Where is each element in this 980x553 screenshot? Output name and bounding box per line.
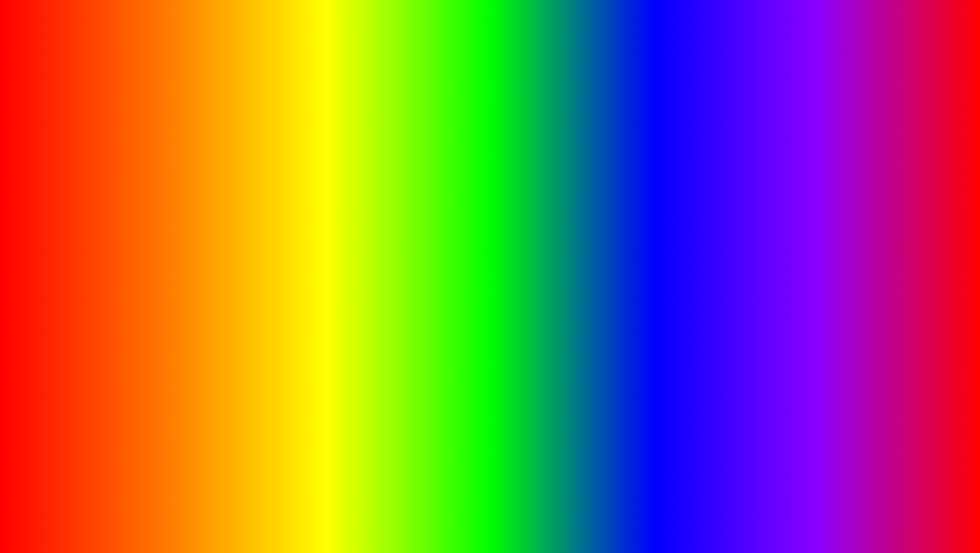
fast-attack-slider[interactable] bbox=[186, 361, 275, 364]
auto-death-step-hop-row[interactable]: Auto Death Step Hop bbox=[93, 354, 182, 362]
nav-right-island[interactable]: Island bbox=[747, 173, 765, 181]
auto-melee-header: Auto Melee bbox=[93, 321, 182, 328]
auto-sharkman-karate-hop-row[interactable]: Auto Sharkman Karate Hop bbox=[93, 370, 182, 378]
dropdown-arrow-weapon: ▼ bbox=[267, 184, 273, 190]
auto-trial-top-text: AUTO-TRIAL bbox=[651, 121, 874, 162]
panel-title-right: CFra... bbox=[706, 164, 905, 170]
auto-farm-all-boss-row[interactable]: Auto Farm All Boss bbox=[93, 308, 182, 317]
main-title: BLOX FRUITS bbox=[4, 14, 976, 95]
auto-farm-header: Auto Farm bbox=[93, 164, 182, 171]
refresh-boss-row[interactable]: Refresh Boss bbox=[93, 292, 182, 300]
auto-skill-section: ■Auto Skill Z ■Auto Skill X ■Auto Skill … bbox=[186, 306, 275, 338]
auto-farm-boss-row[interactable]: Auto Farm Boss bbox=[93, 300, 182, 308]
nav-misc[interactable]: Misc. bbox=[208, 153, 224, 160]
auto-ken-row[interactable]: ■Auto Ken bbox=[186, 220, 275, 228]
select-material-header: Select Material bbox=[93, 241, 182, 249]
auto-raid-row[interactable]: Auto Raid bbox=[705, 193, 806, 201]
sea2-mark: ✗ bbox=[747, 218, 753, 225]
auto-farm-ken-row[interactable]: Auto Farm Ken bbox=[93, 197, 182, 205]
title-fruits: FRUITS bbox=[466, 9, 783, 100]
nav-dungeon[interactable]: Dungeon bbox=[158, 153, 184, 160]
select-boss-dropdown[interactable]: Select Boss ▼ bbox=[93, 282, 182, 291]
auto-next-island-row[interactable]: Auto Next Island bbox=[810, 222, 912, 230]
nav-right-main[interactable]: Main bbox=[705, 173, 720, 181]
auto-dungeon-header: Auto Dungeon bbox=[705, 185, 806, 192]
nav-right-misc[interactable]: Misc. bbox=[821, 173, 837, 181]
position-slider[interactable] bbox=[186, 375, 275, 378]
dungeon-property-header: Dungeon Property bbox=[810, 185, 912, 192]
auto-rejoin-row[interactable]: Auto Rejoin bbox=[186, 285, 275, 293]
kill-at-row: Kill At: 25 bbox=[93, 229, 182, 237]
nav-right-status[interactable]: Status bbox=[840, 173, 859, 181]
select-boss-value: Select Boss bbox=[96, 283, 125, 289]
custom-header: Custom bbox=[186, 342, 275, 350]
dropdown-arrow-boss: ▼ bbox=[174, 283, 180, 289]
min-btn[interactable]: − bbox=[271, 144, 274, 150]
select-material-dropdown[interactable]: Select Material ▼ bbox=[93, 250, 182, 259]
nav-right-shop[interactable]: Shop bbox=[800, 173, 816, 181]
bottom-text-area: AUTO FARM SCRIPT PASTEBIN bbox=[4, 469, 976, 534]
treasure-lock bbox=[556, 446, 566, 459]
char-torso bbox=[467, 218, 513, 274]
nav-right-dungeon[interactable]: Dungeon bbox=[769, 173, 796, 181]
select-raid-chip-label: Select Raid Chip bbox=[810, 193, 912, 201]
nav-player[interactable]: Player bbox=[113, 153, 132, 160]
treasure-box-inner: ⭐ bbox=[531, 437, 592, 488]
white-screen-row[interactable]: White Screen bbox=[186, 261, 275, 269]
super-fast-attack-row[interactable]: Super Fast Attack bbox=[186, 245, 275, 253]
dungeon-property-col: Dungeon Property Select Raid Chip Select… bbox=[810, 185, 912, 265]
auto-death-step-row[interactable]: Auto Death Step bbox=[93, 345, 182, 354]
close-btn[interactable]: × bbox=[265, 144, 268, 150]
panel-titlebar-right: CFra... × bbox=[703, 162, 914, 172]
auto-trial-mid-text: AUTO-TRIAL bbox=[585, 319, 783, 361]
weapon-type-dropdown[interactable]: Melee ▼ bbox=[186, 182, 275, 191]
auto-godhuman-row[interactable]: Auto Godhuman bbox=[93, 337, 182, 345]
auto-skill-x-row[interactable]: ■Auto Skill X bbox=[186, 314, 275, 322]
no-clip-row[interactable]: No Clip bbox=[186, 236, 275, 245]
auto-gun-mastery-row[interactable]: Auto Gun Mastery bbox=[93, 213, 182, 221]
nav-shop[interactable]: Shop bbox=[188, 153, 204, 160]
nav-main[interactable]: Main bbox=[93, 153, 109, 160]
nav-island[interactable]: Island bbox=[136, 153, 154, 160]
raid-sea2-row: sea 2 : ✗ bbox=[810, 253, 912, 261]
bottom-auto-farm: AUTO FARM bbox=[117, 469, 448, 534]
auto-buy-chip-row[interactable]: Auto Buy Chip bbox=[810, 214, 912, 222]
auto-sharkman-karate-row[interactable]: Auto Sharkman Karate bbox=[93, 362, 182, 370]
auto-fully-raid-row[interactable]: Auto Fully Raid bbox=[705, 201, 806, 210]
awaken-row[interactable]: Awaken bbox=[810, 238, 912, 246]
auto-farm-ken-hop-row[interactable]: Auto Farm Ken Hop bbox=[93, 205, 182, 213]
close-damage-popup-row[interactable]: Close damage pop up bbox=[186, 277, 275, 285]
auto-law-raid-row[interactable]: ■Auto Law Raid bbox=[705, 210, 806, 218]
auto-electric-claw-row[interactable]: Auto Electric Claw bbox=[93, 378, 182, 386]
nav-right-player[interactable]: Player bbox=[724, 173, 743, 181]
auto-skill-z-row[interactable]: ■Auto Skill Z bbox=[186, 306, 275, 314]
dropdown-arrow-raid: ▼ bbox=[904, 204, 909, 211]
auto-complete-ghoul-row[interactable]: Auto Complete Ghoul Trial bbox=[737, 370, 920, 378]
raid-chip-dropdown[interactable]: Select Raid Chip ▼ bbox=[810, 203, 912, 212]
auto-skill-v-row[interactable]: ■Auto Skill V bbox=[186, 330, 275, 338]
panel-titlebar-left: CFrame Hub × − bbox=[91, 142, 277, 152]
auto-buso-row[interactable]: ■Auto Buso bbox=[186, 204, 275, 212]
close-btn-right[interactable]: × bbox=[908, 164, 911, 170]
auto-farm-row[interactable]: ■Auto Farm bbox=[93, 181, 182, 189]
auto-farm-material-row[interactable]: Auto Farm Material bbox=[93, 261, 182, 269]
auto-farm-closest-row[interactable]: Auto Farm Closest bbox=[93, 189, 182, 197]
auto-skill-header: Auto Skill bbox=[186, 297, 275, 304]
panel-nav-right: Main Player Island Dungeon Shop Misc. St… bbox=[703, 172, 914, 182]
disable-notifications-row[interactable]: Disable Notifications bbox=[186, 269, 275, 277]
bring-mob-row[interactable]: Bring Mob bbox=[186, 253, 275, 261]
work-on-sea2-row: Work on sea 2 : ✗ bbox=[705, 218, 806, 226]
auto-skill-c-row[interactable]: ■Auto Skill C bbox=[186, 322, 275, 330]
auto-complete-human-row[interactable]: Auto Complete Human Trial bbox=[737, 362, 920, 370]
nav-status[interactable]: Status bbox=[228, 153, 247, 160]
aura-row[interactable]: Aura bbox=[810, 230, 912, 238]
auto-set-home-row[interactable]: Auto Set Home bbox=[186, 228, 275, 236]
select-weapon-section: Select Weapon Type Melee ▼ bbox=[186, 172, 275, 191]
auto-use-awakening-row[interactable]: Auto Use Awakening bbox=[186, 212, 275, 220]
char-legs bbox=[439, 275, 541, 305]
auto-melee-section: Auto Superhuman Auto Godhuman Auto Death… bbox=[93, 329, 182, 386]
dropdown-arrow: ▼ bbox=[174, 252, 180, 258]
raid-property-header: Raid Property bbox=[810, 246, 912, 252]
auto-fruit-mastery-row[interactable]: Auto Fruit Mastery bbox=[93, 221, 182, 229]
auto-superhuman-row[interactable]: Auto Superhuman bbox=[93, 329, 182, 337]
